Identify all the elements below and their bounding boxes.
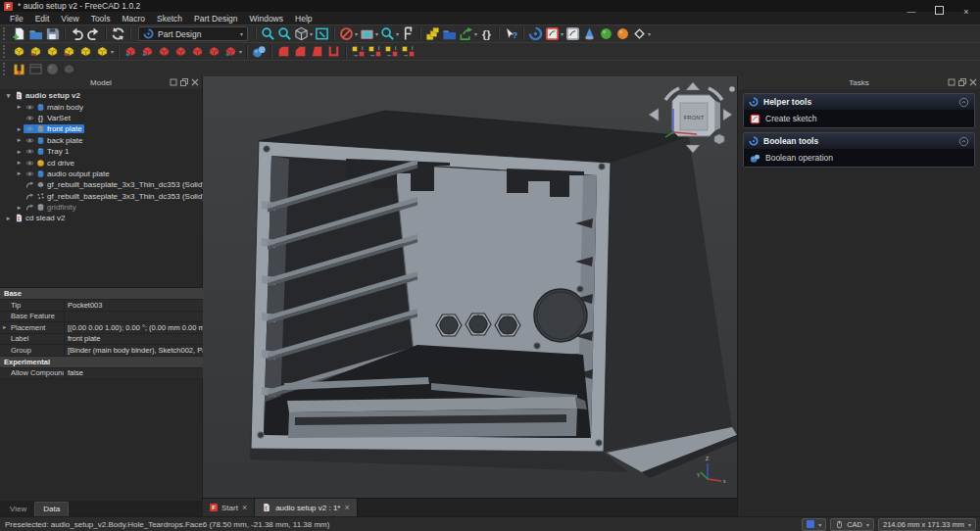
- collapse-section-button[interactable]: [958, 136, 969, 147]
- gray-solid-tool-button[interactable]: [61, 61, 77, 76]
- property-value[interactable]: false: [65, 368, 203, 379]
- screw-hole[interactable]: [258, 432, 265, 439]
- subtractive-loft-button[interactable]: [172, 44, 189, 60]
- dock-panel-icon[interactable]: [170, 78, 177, 86]
- maximize-button[interactable]: [933, 6, 945, 17]
- whats-this-button[interactable]: ?: [503, 26, 519, 42]
- toolbar-grip[interactable]: [3, 45, 7, 58]
- property-expander-icon[interactable]: ▸: [3, 323, 10, 331]
- tree-expander-icon[interactable]: ▸: [15, 103, 24, 111]
- menu-edit[interactable]: Edit: [29, 12, 56, 24]
- navcube-right-facet[interactable]: [715, 101, 720, 130]
- toolbar-grip[interactable]: [3, 63, 7, 75]
- property-row-tip[interactable]: TipPocket003: [0, 300, 203, 312]
- property-group-experimental[interactable]: Experimental: [0, 357, 203, 368]
- doc-tab-start[interactable]: F Start ×: [203, 499, 255, 516]
- dock-panel-icon[interactable]: [948, 78, 956, 86]
- merge-sketches-button[interactable]: [598, 26, 614, 42]
- doc-tab-start-close-icon[interactable]: ×: [242, 504, 247, 512]
- hex-nut[interactable]: [466, 314, 491, 335]
- export-selection-button[interactable]: ▾: [458, 26, 478, 42]
- boolean-operation-item[interactable]: Boolean operation: [744, 149, 974, 167]
- toolbar-grip[interactable]: [3, 27, 7, 40]
- close-button[interactable]: ×: [960, 7, 972, 17]
- chamfer-button[interactable]: [292, 44, 309, 60]
- menu-tools[interactable]: Tools: [85, 12, 117, 24]
- freecad-swirl-button[interactable]: [527, 26, 544, 42]
- navcube-mini-cube-button[interactable]: [714, 134, 724, 144]
- undo-button[interactable]: [69, 26, 85, 42]
- screw-hole[interactable]: [599, 164, 606, 170]
- menu-windows[interactable]: Windows: [244, 12, 289, 24]
- additive-helix-button[interactable]: [77, 44, 94, 60]
- boolean-operation-button[interactable]: [251, 44, 268, 60]
- menu-macro[interactable]: Macro: [116, 12, 151, 24]
- tree-item-audio-setup-v2[interactable]: ▾audio setup v2: [0, 90, 203, 101]
- tree-item-tray-1[interactable]: ▸Tray 1: [0, 146, 203, 157]
- navigation-style-dropdown[interactable]: CAD▾: [830, 518, 874, 531]
- create-group-button[interactable]: [441, 26, 458, 42]
- subtractive-pipe-button[interactable]: [189, 44, 206, 60]
- new-document-button[interactable]: [11, 26, 27, 42]
- nut-hole[interactable]: [440, 316, 458, 334]
- pocket-button[interactable]: [122, 44, 139, 60]
- tree-expander-icon[interactable]: ▸: [4, 215, 13, 222]
- open-document-button[interactable]: [27, 26, 44, 42]
- hex-nut[interactable]: [495, 314, 520, 336]
- redo-button[interactable]: [85, 26, 102, 42]
- float-panel-icon[interactable]: [180, 78, 188, 86]
- tree-item-front-plate[interactable]: ▸front plate: [0, 123, 203, 134]
- close-panel-icon[interactable]: [969, 78, 977, 86]
- doc-tab-audio-close-icon[interactable]: ×: [344, 504, 349, 512]
- menu-help[interactable]: Help: [289, 12, 318, 24]
- property-row-allow-compound[interactable]: Allow Compoundfalse: [0, 368, 203, 380]
- tree-expander-icon[interactable]: ▸: [15, 148, 24, 156]
- close-panel-icon[interactable]: [191, 78, 199, 86]
- tree-expander-icon[interactable]: ▾: [4, 92, 13, 100]
- edit-sketch-button[interactable]: [564, 26, 581, 42]
- view-dimensions-dropdown[interactable]: 214.06 mm x 171.33 mm▾: [878, 518, 976, 531]
- tree-item-cd-drive[interactable]: ▸cd drive: [0, 157, 203, 168]
- menu-view[interactable]: View: [55, 12, 84, 24]
- property-row-label[interactable]: Labelfront plate: [0, 334, 203, 346]
- tree-expander-icon[interactable]: ▸: [15, 169, 24, 177]
- tree-item-gridfinity[interactable]: ▸gridfinity: [0, 202, 203, 213]
- mirrored-button[interactable]: [350, 44, 367, 60]
- create-sketch-button[interactable]: ▾: [544, 26, 564, 42]
- tree-item-cd-slead-v2[interactable]: ▸cd slead v2: [0, 213, 203, 223]
- tab-view[interactable]: View: [2, 503, 34, 516]
- fit-all-button[interactable]: [260, 26, 276, 42]
- create-sketch-item[interactable]: Create sketch: [744, 110, 974, 127]
- property-row-base-feature[interactable]: Base Feature: [0, 312, 203, 323]
- tree-item-varset[interactable]: {}VarSet: [0, 113, 203, 123]
- measure-distance-button[interactable]: [400, 26, 416, 42]
- revolution-button[interactable]: [27, 44, 44, 60]
- property-group-base[interactable]: Base: [0, 288, 203, 300]
- hole-button[interactable]: [139, 44, 156, 60]
- fillet-button[interactable]: [275, 44, 292, 60]
- additive-loft-button[interactable]: [44, 44, 61, 60]
- menu-file[interactable]: File: [4, 12, 29, 24]
- float-panel-icon[interactable]: [958, 78, 966, 86]
- axonometric-view-button[interactable]: ▾: [293, 26, 314, 42]
- helper-tools-header[interactable]: Helper tools: [744, 94, 974, 110]
- property-row-group[interactable]: Group[Binder (main body binder), Sketch0…: [0, 345, 203, 357]
- screw-hole[interactable]: [534, 343, 541, 350]
- part-container-button[interactable]: [424, 26, 441, 42]
- 3d-scene[interactable]: FRONT Z Y x: [203, 76, 737, 498]
- draft-button[interactable]: [309, 44, 325, 60]
- tree-item-audio-output-plate[interactable]: ▸audio output plate: [0, 169, 203, 179]
- property-value[interactable]: [(0.00 0.00 1.00); 0.00 °; (0.00 mm 0.00…: [65, 322, 203, 333]
- screw-hole[interactable]: [596, 440, 603, 447]
- doc-tab-audio-setup[interactable]: audio setup v2 : 1* ×: [255, 499, 358, 516]
- gray-window-tool-button[interactable]: [27, 61, 44, 76]
- minimize-button[interactable]: —: [906, 7, 917, 17]
- menu-part-design[interactable]: Part Design: [188, 12, 243, 24]
- navcube-front-label[interactable]: FRONT: [684, 115, 705, 121]
- thickness-button[interactable]: [325, 44, 342, 60]
- polar-pattern-button[interactable]: [383, 44, 400, 60]
- camera-view-button[interactable]: ▾: [359, 26, 379, 42]
- create-clone-button[interactable]: ▾: [631, 26, 652, 42]
- screw-hole[interactable]: [264, 146, 270, 153]
- gray-shape-tool-button[interactable]: [44, 61, 61, 76]
